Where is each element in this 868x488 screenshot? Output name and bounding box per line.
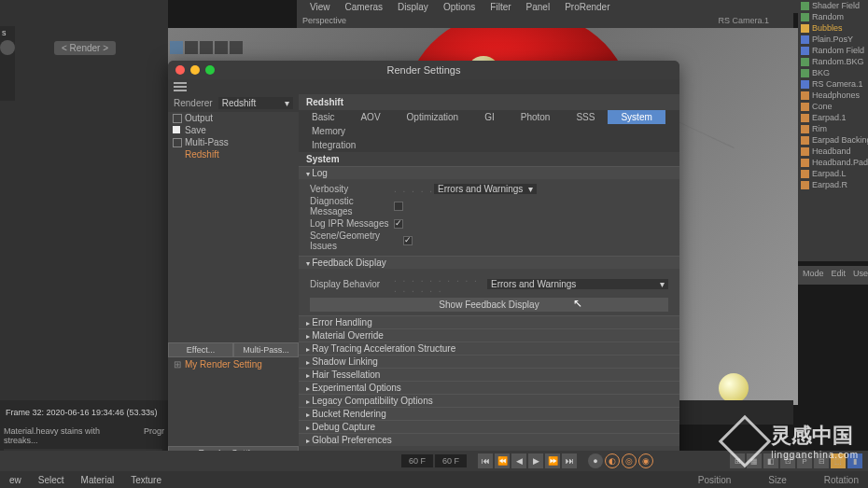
ri-6[interactable]: ⬚ bbox=[831, 453, 846, 468]
menu-options[interactable]: Options bbox=[436, 2, 483, 12]
render-dropdown[interactable]: < Render > bbox=[54, 41, 116, 55]
preset-row[interactable]: ⊞ My Render Setting bbox=[168, 357, 299, 371]
renderer-select[interactable]: Redshift ▾ bbox=[218, 97, 293, 109]
dialog-titlebar[interactable]: Render Settings bbox=[168, 61, 679, 79]
tree-item-save[interactable]: Save bbox=[168, 124, 299, 136]
behavior-select[interactable]: Errors and Warnings▾ bbox=[487, 279, 668, 289]
tab-system[interactable]: System bbox=[608, 110, 665, 124]
section-error-handling[interactable]: Error Handling bbox=[299, 315, 679, 328]
frame-start[interactable]: 60 F bbox=[401, 454, 433, 467]
section-legacy-compatibility-options[interactable]: Legacy Compatibility Options bbox=[299, 394, 679, 407]
tab-memory[interactable]: Memory bbox=[299, 124, 358, 138]
menu-panel[interactable]: Panel bbox=[519, 2, 558, 12]
viewport-camera[interactable]: RS Camera.1 bbox=[718, 16, 769, 25]
menu-display[interactable]: Display bbox=[390, 2, 436, 12]
verbosity-select[interactable]: Errors and Warnings▾ bbox=[434, 184, 537, 194]
minimize-icon[interactable] bbox=[190, 65, 200, 75]
diagnostic-checkbox[interactable] bbox=[394, 202, 403, 211]
object-item[interactable]: RS Camera.1 bbox=[798, 78, 868, 90]
scenegeo-checkbox[interactable] bbox=[403, 236, 413, 245]
view-btn-1[interactable] bbox=[170, 41, 183, 54]
right-tab-mode[interactable]: Mode bbox=[803, 269, 824, 282]
log-header[interactable]: Log bbox=[299, 166, 679, 179]
menu-filter[interactable]: Filter bbox=[483, 2, 518, 12]
tab-optimization[interactable]: Optimization bbox=[394, 110, 472, 124]
object-item[interactable]: Random Field bbox=[798, 45, 868, 56]
status-select[interactable]: Select bbox=[38, 475, 64, 485]
object-item[interactable]: Cone bbox=[798, 101, 868, 112]
tab-aov[interactable]: AOV bbox=[347, 110, 393, 124]
object-item[interactable]: Earpad.R bbox=[798, 179, 868, 190]
right-tab-edit[interactable]: Edit bbox=[832, 269, 847, 282]
key-button[interactable]: ◎ bbox=[622, 453, 637, 468]
section-hair-tessellation[interactable]: Hair Tessellation bbox=[299, 368, 679, 381]
object-item[interactable]: Headband bbox=[798, 146, 868, 157]
object-item[interactable]: Rim bbox=[798, 123, 868, 134]
tab-photon[interactable]: Photon bbox=[508, 110, 564, 124]
object-item[interactable]: Headband.Pad bbox=[798, 157, 868, 168]
object-item[interactable]: Random.BKG bbox=[798, 56, 868, 67]
status-ew[interactable]: ew bbox=[9, 475, 21, 485]
record-button[interactable]: ● bbox=[588, 453, 603, 468]
section-shadow-linking[interactable]: Shadow Linking bbox=[299, 355, 679, 368]
tab-gi[interactable]: GI bbox=[471, 110, 508, 124]
menu-view[interactable]: View bbox=[302, 2, 338, 12]
object-item[interactable]: Headphones bbox=[798, 90, 868, 101]
view-btn-3[interactable] bbox=[200, 41, 213, 54]
section-global-preferences[interactable]: Global Preferences bbox=[299, 433, 679, 446]
menu-cameras[interactable]: Cameras bbox=[338, 2, 391, 12]
tab-sss[interactable]: SSS bbox=[563, 110, 608, 124]
object-item[interactable]: Earpad Backing bbox=[798, 134, 868, 146]
ri-2[interactable]: ▦ bbox=[747, 453, 762, 468]
play-back-button[interactable]: ◀ bbox=[511, 453, 526, 468]
logipr-checkbox[interactable] bbox=[394, 219, 403, 229]
ri-1[interactable]: ⊞ bbox=[730, 453, 745, 468]
tree-item-redshift[interactable]: Redshift bbox=[168, 148, 299, 160]
right-tab-user[interactable]: User bbox=[853, 269, 868, 282]
show-feedback-button[interactable]: Show Feedback Display bbox=[310, 298, 668, 312]
hamburger-icon[interactable] bbox=[174, 82, 187, 91]
section-bucket-rendering[interactable]: Bucket Rendering bbox=[299, 407, 679, 420]
section-experimental-options[interactable]: Experimental Options bbox=[299, 381, 679, 394]
frame-end[interactable]: 60 F bbox=[435, 454, 467, 467]
tab-basic[interactable]: Basic bbox=[299, 110, 347, 124]
tab-integration[interactable]: Integration bbox=[299, 138, 369, 152]
status-texture[interactable]: Texture bbox=[131, 475, 161, 485]
view-btn-4[interactable] bbox=[215, 41, 228, 54]
section-debug-capture[interactable]: Debug Capture bbox=[299, 420, 679, 433]
object-item[interactable]: BKG bbox=[798, 67, 868, 78]
object-item[interactable]: Plain.PosY bbox=[798, 34, 868, 45]
ri-p[interactable]: P bbox=[797, 453, 812, 468]
view-btn-5[interactable] bbox=[230, 41, 243, 54]
tree-item-output[interactable]: Output bbox=[168, 112, 299, 124]
play-button[interactable]: ▶ bbox=[528, 453, 543, 468]
object-item[interactable]: Bubbles bbox=[798, 22, 868, 34]
goto-end-button[interactable]: ⏭ bbox=[562, 453, 577, 468]
viewport-mode[interactable]: Perspective bbox=[302, 16, 346, 25]
key2-button[interactable]: ◉ bbox=[638, 453, 653, 468]
effect-button[interactable]: Effect... bbox=[168, 342, 233, 357]
ri-4[interactable]: ⊡ bbox=[780, 453, 795, 468]
section-material-override[interactable]: Material Override bbox=[299, 328, 679, 342]
goto-start-button[interactable]: ⏮ bbox=[478, 453, 493, 468]
object-item[interactable]: Earpad.L bbox=[798, 168, 868, 179]
step-back-button[interactable]: ⏪ bbox=[495, 453, 510, 468]
ri-7[interactable]: ▮ bbox=[847, 453, 862, 468]
ri-5[interactable]: ⊟ bbox=[814, 453, 829, 468]
object-item[interactable]: Earpad.1 bbox=[798, 112, 868, 123]
menu-prorender[interactable]: ProRender bbox=[557, 2, 617, 12]
autokey-button[interactable]: ◐ bbox=[605, 453, 620, 468]
view-btn-2[interactable] bbox=[185, 41, 198, 54]
tool-icon[interactable] bbox=[0, 40, 15, 55]
step-fwd-button[interactable]: ⏩ bbox=[545, 453, 560, 468]
multipass-button[interactable]: Multi-Pass... bbox=[233, 342, 299, 357]
feedback-header[interactable]: Feedback Display bbox=[299, 256, 679, 269]
ri-3[interactable]: ◧ bbox=[763, 453, 778, 468]
status-material[interactable]: Material bbox=[81, 475, 115, 485]
close-icon[interactable] bbox=[175, 65, 185, 75]
object-item[interactable]: Shader Field bbox=[798, 0, 868, 11]
object-item[interactable]: Random bbox=[798, 11, 868, 22]
maximize-icon[interactable] bbox=[205, 65, 215, 75]
tree-item-multi-pass[interactable]: Multi-Pass bbox=[168, 136, 299, 148]
section-ray-tracing-acceleration-structure[interactable]: Ray Tracing Acceleration Structure bbox=[299, 342, 679, 355]
